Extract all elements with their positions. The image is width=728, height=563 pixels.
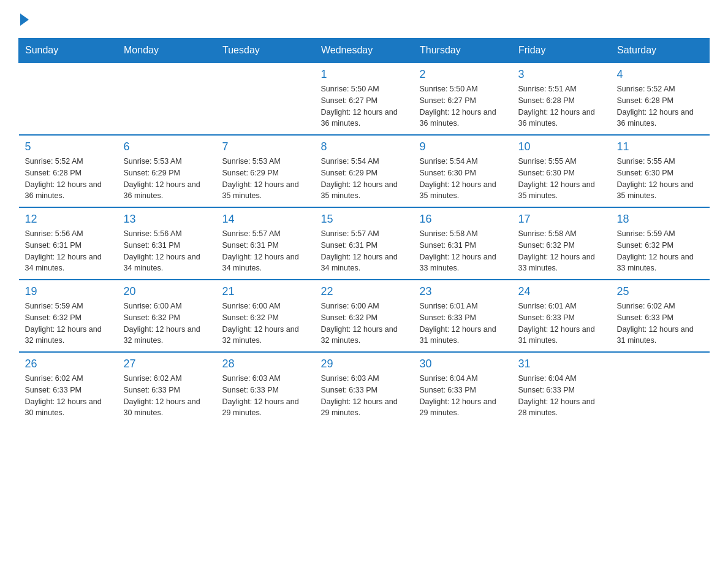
week-row-2: 5Sunrise: 5:52 AM Sunset: 6:28 PM Daylig… bbox=[19, 135, 710, 207]
day-number: 5 bbox=[25, 140, 112, 153]
day-number: 18 bbox=[617, 213, 703, 226]
day-info: Sunrise: 5:50 AM Sunset: 6:27 PM Dayligh… bbox=[321, 83, 408, 129]
day-number: 19 bbox=[25, 285, 112, 298]
calendar-cell: 13Sunrise: 5:56 AM Sunset: 6:31 PM Dayli… bbox=[118, 207, 216, 280]
day-info: Sunrise: 5:59 AM Sunset: 6:32 PM Dayligh… bbox=[617, 228, 703, 274]
calendar-table: SundayMondayTuesdayWednesdayThursdayFrid… bbox=[18, 38, 710, 424]
day-number: 27 bbox=[124, 358, 210, 370]
calendar-cell: 9Sunrise: 5:54 AM Sunset: 6:30 PM Daylig… bbox=[414, 135, 512, 207]
calendar-cell: 21Sunrise: 6:00 AM Sunset: 6:32 PM Dayli… bbox=[216, 280, 315, 352]
week-row-3: 12Sunrise: 5:56 AM Sunset: 6:31 PM Dayli… bbox=[19, 207, 710, 280]
logo-triangle-icon bbox=[20, 13, 29, 26]
calendar-cell: 24Sunrise: 6:01 AM Sunset: 6:33 PM Dayli… bbox=[512, 280, 611, 352]
calendar-cell bbox=[216, 63, 315, 135]
calendar-cell: 23Sunrise: 6:01 AM Sunset: 6:33 PM Dayli… bbox=[414, 280, 512, 352]
calendar-cell: 15Sunrise: 5:57 AM Sunset: 6:31 PM Dayli… bbox=[315, 207, 414, 280]
calendar-cell: 22Sunrise: 6:00 AM Sunset: 6:32 PM Dayli… bbox=[315, 280, 414, 352]
day-number: 23 bbox=[420, 285, 506, 298]
weekday-header-row: SundayMondayTuesdayWednesdayThursdayFrid… bbox=[19, 39, 710, 63]
calendar-cell: 27Sunrise: 6:02 AM Sunset: 6:33 PM Dayli… bbox=[118, 352, 216, 424]
calendar-cell: 18Sunrise: 5:59 AM Sunset: 6:32 PM Dayli… bbox=[611, 207, 710, 280]
day-info: Sunrise: 5:57 AM Sunset: 6:31 PM Dayligh… bbox=[222, 228, 309, 274]
weekday-header-monday: Monday bbox=[118, 39, 216, 63]
day-info: Sunrise: 6:04 AM Sunset: 6:33 PM Dayligh… bbox=[518, 373, 605, 419]
day-number: 3 bbox=[518, 68, 605, 81]
weekday-header-saturday: Saturday bbox=[611, 39, 710, 63]
day-info: Sunrise: 5:55 AM Sunset: 6:30 PM Dayligh… bbox=[617, 156, 703, 202]
week-row-1: 1Sunrise: 5:50 AM Sunset: 6:27 PM Daylig… bbox=[19, 63, 710, 135]
day-number: 8 bbox=[321, 140, 408, 153]
weekday-header-thursday: Thursday bbox=[414, 39, 512, 63]
day-info: Sunrise: 5:57 AM Sunset: 6:31 PM Dayligh… bbox=[321, 228, 408, 274]
calendar-cell: 16Sunrise: 5:58 AM Sunset: 6:31 PM Dayli… bbox=[414, 207, 512, 280]
day-number: 2 bbox=[420, 68, 506, 81]
weekday-header-tuesday: Tuesday bbox=[216, 39, 315, 63]
day-number: 22 bbox=[321, 285, 408, 298]
day-info: Sunrise: 5:56 AM Sunset: 6:31 PM Dayligh… bbox=[25, 228, 112, 274]
calendar-cell: 28Sunrise: 6:03 AM Sunset: 6:33 PM Dayli… bbox=[216, 352, 315, 424]
day-info: Sunrise: 5:59 AM Sunset: 6:32 PM Dayligh… bbox=[25, 301, 112, 347]
calendar-cell: 6Sunrise: 5:53 AM Sunset: 6:29 PM Daylig… bbox=[118, 135, 216, 207]
day-info: Sunrise: 5:54 AM Sunset: 6:29 PM Dayligh… bbox=[321, 156, 408, 202]
day-number: 14 bbox=[222, 213, 309, 226]
day-info: Sunrise: 5:52 AM Sunset: 6:28 PM Dayligh… bbox=[25, 156, 112, 202]
day-number: 21 bbox=[222, 285, 309, 298]
calendar-cell bbox=[118, 63, 216, 135]
calendar-cell: 25Sunrise: 6:02 AM Sunset: 6:33 PM Dayli… bbox=[611, 280, 710, 352]
calendar-cell: 2Sunrise: 5:50 AM Sunset: 6:27 PM Daylig… bbox=[414, 63, 512, 135]
day-info: Sunrise: 5:58 AM Sunset: 6:31 PM Dayligh… bbox=[420, 228, 506, 274]
day-number: 26 bbox=[25, 358, 112, 370]
calendar-cell: 11Sunrise: 5:55 AM Sunset: 6:30 PM Dayli… bbox=[611, 135, 710, 207]
day-number: 24 bbox=[518, 285, 605, 298]
calendar-cell: 12Sunrise: 5:56 AM Sunset: 6:31 PM Dayli… bbox=[19, 207, 118, 280]
weekday-header-friday: Friday bbox=[512, 39, 611, 63]
page-header bbox=[18, 12, 710, 26]
day-number: 16 bbox=[420, 213, 506, 226]
day-number: 7 bbox=[222, 140, 309, 153]
calendar-cell: 3Sunrise: 5:51 AM Sunset: 6:28 PM Daylig… bbox=[512, 63, 611, 135]
day-number: 6 bbox=[124, 140, 210, 153]
day-info: Sunrise: 5:53 AM Sunset: 6:29 PM Dayligh… bbox=[124, 156, 210, 202]
day-info: Sunrise: 6:00 AM Sunset: 6:32 PM Dayligh… bbox=[222, 301, 309, 347]
calendar-cell: 20Sunrise: 6:00 AM Sunset: 6:32 PM Dayli… bbox=[118, 280, 216, 352]
calendar-cell bbox=[19, 63, 118, 135]
day-number: 15 bbox=[321, 213, 408, 226]
day-info: Sunrise: 5:58 AM Sunset: 6:32 PM Dayligh… bbox=[518, 228, 605, 274]
day-info: Sunrise: 6:03 AM Sunset: 6:33 PM Dayligh… bbox=[222, 373, 309, 419]
day-info: Sunrise: 5:54 AM Sunset: 6:30 PM Dayligh… bbox=[420, 156, 506, 202]
day-number: 9 bbox=[420, 140, 506, 153]
calendar-cell: 30Sunrise: 6:04 AM Sunset: 6:33 PM Dayli… bbox=[414, 352, 512, 424]
day-number: 30 bbox=[420, 358, 506, 370]
day-info: Sunrise: 6:02 AM Sunset: 6:33 PM Dayligh… bbox=[25, 373, 112, 419]
day-info: Sunrise: 5:52 AM Sunset: 6:28 PM Dayligh… bbox=[617, 83, 703, 129]
day-info: Sunrise: 6:01 AM Sunset: 6:33 PM Dayligh… bbox=[420, 301, 506, 347]
day-info: Sunrise: 6:03 AM Sunset: 6:33 PM Dayligh… bbox=[321, 373, 408, 419]
calendar-cell: 14Sunrise: 5:57 AM Sunset: 6:31 PM Dayli… bbox=[216, 207, 315, 280]
day-number: 10 bbox=[518, 140, 605, 153]
day-number: 4 bbox=[617, 68, 703, 81]
calendar-cell: 5Sunrise: 5:52 AM Sunset: 6:28 PM Daylig… bbox=[19, 135, 118, 207]
calendar-cell bbox=[611, 352, 710, 424]
day-number: 31 bbox=[518, 358, 605, 370]
week-row-5: 26Sunrise: 6:02 AM Sunset: 6:33 PM Dayli… bbox=[19, 352, 710, 424]
weekday-header-wednesday: Wednesday bbox=[315, 39, 414, 63]
day-info: Sunrise: 5:56 AM Sunset: 6:31 PM Dayligh… bbox=[124, 228, 210, 274]
weekday-header-sunday: Sunday bbox=[19, 39, 118, 63]
calendar-cell: 19Sunrise: 5:59 AM Sunset: 6:32 PM Dayli… bbox=[19, 280, 118, 352]
calendar-cell: 17Sunrise: 5:58 AM Sunset: 6:32 PM Dayli… bbox=[512, 207, 611, 280]
day-number: 20 bbox=[124, 285, 210, 298]
day-info: Sunrise: 6:00 AM Sunset: 6:32 PM Dayligh… bbox=[321, 301, 408, 347]
day-number: 17 bbox=[518, 213, 605, 226]
day-info: Sunrise: 6:02 AM Sunset: 6:33 PM Dayligh… bbox=[617, 301, 703, 347]
day-number: 13 bbox=[124, 213, 210, 226]
day-number: 1 bbox=[321, 68, 408, 81]
calendar-cell: 7Sunrise: 5:53 AM Sunset: 6:29 PM Daylig… bbox=[216, 135, 315, 207]
day-number: 25 bbox=[617, 285, 703, 298]
day-info: Sunrise: 5:55 AM Sunset: 6:30 PM Dayligh… bbox=[518, 156, 605, 202]
calendar-cell: 31Sunrise: 6:04 AM Sunset: 6:33 PM Dayli… bbox=[512, 352, 611, 424]
day-info: Sunrise: 5:50 AM Sunset: 6:27 PM Dayligh… bbox=[420, 83, 506, 129]
day-info: Sunrise: 6:00 AM Sunset: 6:32 PM Dayligh… bbox=[124, 301, 210, 347]
day-number: 12 bbox=[25, 213, 112, 226]
day-info: Sunrise: 5:51 AM Sunset: 6:28 PM Dayligh… bbox=[518, 83, 605, 129]
day-info: Sunrise: 6:02 AM Sunset: 6:33 PM Dayligh… bbox=[124, 373, 210, 419]
